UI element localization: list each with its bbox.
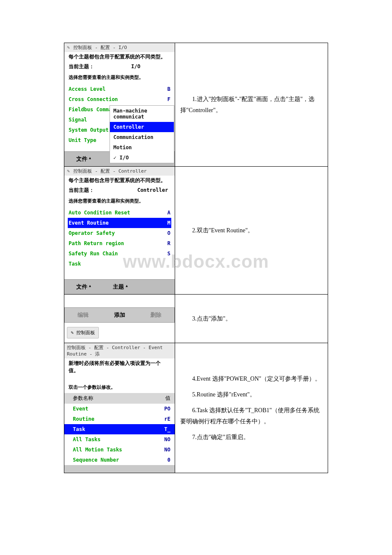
control-panel-badge[interactable]: ✎ 控制面板 <box>67 327 99 338</box>
panel3-toolbar: 编辑 添加 删除 <box>64 307 175 323</box>
param-row[interactable]: All TasksNO <box>64 434 175 445</box>
menu-item[interactable]: Man-machine communicat <box>110 106 174 122</box>
panel2-button-bar: 文件 主题 <box>64 279 175 294</box>
list-item[interactable]: Path Return regionR <box>68 238 171 249</box>
list-item[interactable]: Safety Run ChainS <box>68 249 171 259</box>
panel2-step-text: 2.双击"Event Routine"。 <box>175 167 328 294</box>
list-item[interactable]: Task <box>68 259 171 269</box>
panel4-screenshot: 控制面板 - 配置 - Controller - Event Routine -… <box>64 343 175 473</box>
panel1-instruction: 选择您需要查看的主题和实例类型。 <box>64 72 175 83</box>
breadcrumb: ✎ 控制面板 - 配置 - I/O <box>64 43 175 52</box>
wrench-icon: ✎ <box>67 45 70 50</box>
param-row[interactable]: Sequence Number0 <box>64 455 175 465</box>
panel2-type-list[interactable]: Auto Condition ResetA Event RoutineM Ope… <box>64 207 175 279</box>
breadcrumb: 控制面板 - 配置 - Controller - Event Routine -… <box>64 343 175 358</box>
param-row[interactable]: EventPO <box>64 404 175 414</box>
file-button[interactable]: 文件 <box>64 152 101 166</box>
panel1-desc-line1: 每个主题都包含用于配置系统的不同类型。 <box>64 52 175 62</box>
panel1-step-text: 1.进入"控制面板"-"配置"画面，点击"主题"，选择"Controller"。 <box>175 43 328 166</box>
breadcrumb: ✎ 控制面板 - 配置 - Controller <box>64 167 175 176</box>
panel3-step-text: 3.点击"添加"。 <box>175 295 328 343</box>
edit-button[interactable]: 编辑 <box>65 308 101 322</box>
param-row[interactable]: All Motion TasksNO <box>64 445 175 455</box>
topic-menu-popup[interactable]: Man-machine communicat Controller Commun… <box>110 105 174 163</box>
panel4-bottom-bar <box>64 465 175 473</box>
panel2-screenshot: ✎ 控制面板 - 配置 - Controller 每个主题都包含用于配置系统的不… <box>64 167 175 294</box>
menu-item[interactable]: ✓ I/O <box>110 153 174 163</box>
topic-button[interactable]: 主题 <box>101 280 138 294</box>
file-button[interactable]: 文件 <box>64 280 101 294</box>
panel2-instruction: 选择您需要查看的主题和实例类型。 <box>64 195 175 207</box>
panel1-current-topic: 当前主题： I/O <box>64 62 175 72</box>
wrench-icon: ✎ <box>71 330 74 335</box>
menu-item[interactable]: Motion <box>110 142 174 153</box>
panel4-line1: 新增时必须将所有必要输入项设置为一个值。 <box>64 358 175 376</box>
menu-item[interactable]: Controller <box>110 122 174 132</box>
menu-item[interactable]: Communication <box>110 132 174 142</box>
wrench-icon: ✎ <box>67 168 70 174</box>
panel4-step-text: 4.Event 选择"POWER_ON"（定义可参考手册）。 5.Routine… <box>175 343 328 473</box>
list-item[interactable]: Event RoutineM <box>68 218 171 228</box>
panel2-current-topic: 当前主题： Controller <box>64 185 175 195</box>
panel3-screenshot: 编辑 添加 删除 ✎ 控制面板 <box>64 295 175 343</box>
list-item[interactable]: Operator SafetyO <box>68 228 171 238</box>
list-item[interactable]: Access LevelB <box>68 84 171 94</box>
params-header: 参数名称 值 <box>64 393 175 404</box>
param-row[interactable]: TaskT_ <box>64 424 175 434</box>
instruction-table: ✎ 控制面板 - 配置 - I/O 每个主题都包含用于配置系统的不同类型。 当前… <box>64 43 328 473</box>
param-row[interactable]: RoutinerE <box>64 414 175 424</box>
spacer-button <box>138 280 175 294</box>
add-button[interactable]: 添加 <box>101 308 138 322</box>
panel1-screenshot: ✎ 控制面板 - 配置 - I/O 每个主题都包含用于配置系统的不同类型。 当前… <box>64 43 175 166</box>
delete-button[interactable]: 删除 <box>138 308 174 322</box>
panel4-params-table[interactable]: 参数名称 值 EventPO RoutinerE TaskT_ All Task… <box>64 393 175 465</box>
panel1-type-list[interactable]: Access LevelB Cross ConnectionF Fieldbus… <box>64 83 175 151</box>
panel4-instruction: 双击一个参数以修改。 <box>64 382 175 393</box>
list-item[interactable]: Auto Condition ResetA <box>68 208 171 218</box>
list-item[interactable]: Cross ConnectionF <box>68 94 171 104</box>
panel2-desc-line1: 每个主题都包含用于配置系统的不同类型。 <box>64 176 175 185</box>
